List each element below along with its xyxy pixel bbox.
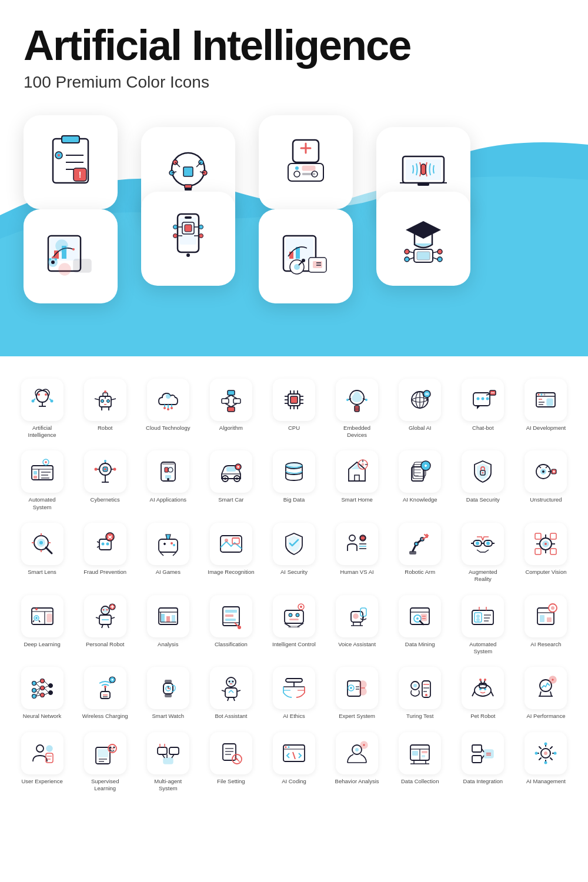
- icon-item-chatbot[interactable]: Chat-bot: [453, 374, 513, 442]
- svg-rect-448: [283, 745, 305, 761]
- icon-item-super-learn[interactable]: Supervised Learning: [75, 727, 135, 795]
- svg-point-222: [39, 541, 43, 544]
- icon-item-ai-man[interactable]: AI Management: [516, 727, 576, 795]
- icon-item-ai-dev[interactable]: AI Development: [516, 374, 576, 442]
- svg-rect-24: [302, 166, 315, 171]
- icon-item-image-rec[interactable]: Image Recognition: [201, 518, 261, 586]
- svg-point-476: [535, 751, 538, 754]
- icon-item-cloud[interactable]: Cloud Technology: [138, 374, 198, 442]
- svg-point-52: [173, 225, 178, 229]
- svg-point-213: [542, 470, 544, 473]
- icon-item-smart-car[interactable]: Smart Car: [201, 446, 261, 513]
- icon-item-personal-bot[interactable]: Personal Robot: [75, 590, 135, 658]
- icon-item-augmented[interactable]: Augmented Reality: [453, 518, 513, 586]
- icon-item-bot-assist[interactable]: Bot Assistant: [201, 662, 261, 722]
- icon-item-turing[interactable]: Turing Test: [390, 662, 450, 722]
- icon-item-ai-re[interactable]: AI Research: [516, 590, 576, 658]
- svg-line-78: [409, 252, 414, 253]
- svg-point-43: [51, 260, 55, 264]
- icon-item-ai-coding[interactable]: AI Coding: [263, 727, 324, 795]
- svg-line-79: [433, 252, 437, 253]
- icon-item-data-mining[interactable]: Data Mining: [390, 590, 450, 658]
- svg-point-356: [48, 691, 52, 695]
- icon-item-ai-games[interactable]: AI Games: [138, 518, 198, 586]
- svg-rect-51: [185, 225, 192, 232]
- svg-line-364: [44, 686, 49, 688]
- svg-rect-31: [417, 183, 429, 186]
- icon-item-auto-sys2[interactable]: Automated System: [453, 590, 513, 658]
- svg-rect-164: [34, 471, 37, 475]
- icon-item-smart-watch[interactable]: Smart Watch: [138, 662, 198, 722]
- header: Artificial Intelligence 100 Premium Colo…: [0, 0, 588, 92]
- svg-point-106: [167, 408, 169, 410]
- icon-item-wireless[interactable]: Wireless Charging: [75, 662, 135, 722]
- icon-item-file-set[interactable]: File Setting: [201, 727, 261, 795]
- icon-item-embedded[interactable]: Embedded Devices: [327, 374, 387, 442]
- icon-item-ai-sec[interactable]: AI Security: [263, 518, 324, 586]
- svg-point-474: [544, 742, 547, 745]
- icon-item-smart-lens[interactable]: Smart Lens: [12, 518, 72, 586]
- icon-item-analysis[interactable]: Analysis: [138, 590, 198, 658]
- icon-item-ai-apps[interactable]: AI Applications: [138, 446, 198, 513]
- icon-item-intel-ctrl[interactable]: Intelligent Control: [263, 590, 324, 658]
- svg-point-336: [476, 614, 480, 618]
- svg-point-137: [346, 399, 349, 401]
- svg-line-114: [231, 395, 237, 399]
- icon-item-robotic-arm[interactable]: Robotic Arm: [390, 518, 450, 586]
- svg-rect-274: [550, 549, 556, 554]
- svg-rect-273: [535, 549, 541, 554]
- icon-item-global-ai[interactable]: Global AI: [390, 374, 450, 442]
- icon-item-expert-sys[interactable]: Expert System: [327, 662, 387, 722]
- svg-point-68: [302, 259, 305, 262]
- svg-rect-132: [355, 406, 359, 412]
- svg-point-108: [166, 394, 171, 399]
- icon-item-voice-assist[interactable]: Voice Assistant: [327, 590, 387, 658]
- svg-rect-466: [472, 756, 482, 763]
- hero-card-analysis: [259, 209, 353, 303]
- svg-point-242: [225, 539, 228, 542]
- svg-rect-345: [540, 615, 544, 622]
- icon-item-multi-agent[interactable]: Multi-agent System: [138, 727, 198, 795]
- icon-item-classif[interactable]: Classification: [201, 590, 261, 658]
- svg-point-414: [479, 679, 482, 681]
- icon-item-ai[interactable]: Artificial Intelligence: [12, 374, 72, 442]
- icon-item-user-exp[interactable]: User Experience: [12, 727, 72, 795]
- svg-line-81: [433, 258, 437, 259]
- icon-item-computer-vision[interactable]: Computer Vision: [516, 518, 576, 586]
- icon-item-fraud[interactable]: Fraud Prevention: [75, 518, 135, 586]
- icon-item-big-data[interactable]: Big Data: [263, 446, 324, 513]
- icon-item-neural-net[interactable]: Neural Network: [12, 662, 72, 722]
- icon-item-ai-ethics[interactable]: AI Ethics: [263, 662, 324, 722]
- icon-item-robot[interactable]: Robot: [75, 374, 135, 442]
- icon-item-cpu[interactable]: CPU: [263, 374, 324, 442]
- svg-point-89: [31, 399, 34, 402]
- icon-item-smart-home[interactable]: Smart Home: [327, 446, 387, 513]
- svg-rect-73: [417, 252, 430, 260]
- page-subtitle: 100 Premium Color Icons: [24, 73, 564, 92]
- icon-item-data-coll[interactable]: Data Collection: [390, 727, 450, 795]
- svg-rect-465: [472, 745, 482, 752]
- svg-point-263: [486, 542, 490, 545]
- icon-item-cybernetics[interactable]: Cybernetics: [75, 446, 135, 513]
- icon-item-data-sec[interactable]: Data Security: [453, 446, 513, 513]
- icon-item-auto-system[interactable]: Automated System: [12, 446, 72, 513]
- svg-point-256: [426, 536, 428, 538]
- icon-item-ai-perf[interactable]: AI Performance: [516, 662, 576, 722]
- icon-item-ai-know[interactable]: AI Knowledge: [390, 446, 450, 513]
- svg-line-282: [33, 620, 34, 622]
- icon-item-behav-anal[interactable]: Behavior Analysis: [327, 727, 387, 795]
- svg-line-363: [44, 681, 49, 686]
- icon-item-data-integ[interactable]: Data Integration: [453, 727, 513, 795]
- icon-item-unstruct[interactable]: Unstructured: [516, 446, 576, 513]
- svg-rect-429: [98, 749, 108, 757]
- icon-item-deep-learn[interactable]: Deep Learning: [12, 590, 72, 658]
- icon-item-pet-robot[interactable]: Pet Robot: [453, 662, 513, 722]
- icon-item-human-vs[interactable]: Human VS AI: [327, 518, 387, 586]
- icon-item-algorithm[interactable]: Algorithm: [201, 374, 261, 442]
- svg-point-93: [106, 399, 109, 402]
- svg-point-39: [56, 240, 68, 252]
- svg-rect-284: [47, 614, 52, 622]
- svg-rect-375: [165, 694, 172, 697]
- svg-point-473: [544, 751, 547, 755]
- hero-card-checklist: !: [24, 115, 118, 209]
